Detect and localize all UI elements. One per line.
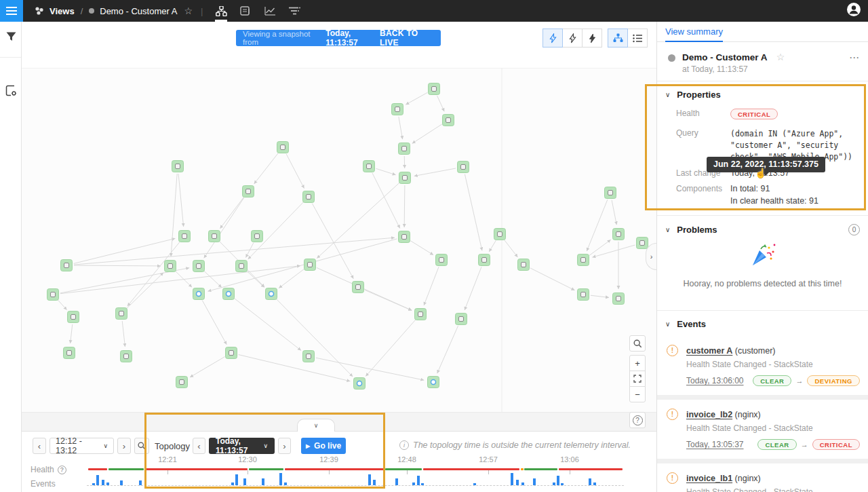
zoom-in-button[interactable]: + [629, 355, 646, 371]
topology-node[interactable] [518, 259, 530, 271]
events-header[interactable]: ∨ Events [665, 319, 860, 329]
event-time-link[interactable]: Today, 13:05:37 [686, 440, 744, 449]
topology-node[interactable] [165, 261, 176, 272]
topology-node[interactable] [494, 229, 506, 240]
properties-header[interactable]: ∨ Properties [665, 90, 860, 100]
event-bar[interactable] [417, 476, 420, 485]
event-bar[interactable] [533, 478, 536, 485]
health-help-icon[interactable]: ? [58, 466, 66, 474]
event-component-link[interactable]: invoice_lb1 [686, 474, 732, 483]
topology-node[interactable] [443, 115, 454, 126]
health-segment[interactable] [524, 468, 557, 470]
topology-node[interactable] [479, 254, 490, 266]
zoom-out-button[interactable]: − [629, 386, 646, 402]
health-segment[interactable] [423, 468, 519, 470]
topology-node[interactable] [64, 347, 75, 359]
topology-node[interactable] [436, 254, 448, 266]
health-segment[interactable] [385, 468, 422, 470]
topology-node[interactable] [277, 142, 289, 153]
event-bar[interactable] [92, 483, 95, 485]
event-bar[interactable] [373, 480, 376, 485]
health-segment[interactable] [521, 468, 524, 470]
event-bar[interactable] [96, 475, 99, 485]
event-bar[interactable] [395, 478, 398, 485]
event-bar[interactable] [589, 478, 591, 485]
event-bar[interactable] [368, 474, 371, 485]
topology-node[interactable] [578, 254, 589, 266]
topology-time-next-button[interactable]: › [278, 438, 291, 454]
topology-node[interactable] [613, 229, 625, 240]
list-view-button[interactable] [627, 29, 648, 48]
topology-node[interactable] [172, 161, 184, 172]
event-bar[interactable] [412, 482, 415, 485]
tab-telemetry[interactable] [260, 0, 280, 22]
snapshot-time[interactable]: Today, 11:13:57 [326, 29, 380, 48]
topology-node[interactable] [304, 259, 316, 271]
interval-prev-button[interactable]: ‹ [33, 438, 46, 454]
health-segment[interactable] [249, 468, 283, 470]
star-icon[interactable]: ☆ [776, 52, 785, 62]
event-bar[interactable] [279, 473, 282, 485]
event-bar[interactable] [593, 482, 596, 485]
tab-traces[interactable] [284, 0, 304, 22]
event-bar[interactable] [106, 482, 109, 485]
topology-node[interactable] [179, 231, 191, 242]
event-bar[interactable] [235, 474, 238, 485]
event-item[interactable]: !invoice_lb2 (nginx)Health State Changed… [657, 400, 868, 459]
event-bar[interactable] [139, 480, 142, 485]
tab-topology[interactable] [211, 0, 231, 22]
topology-node[interactable] [399, 231, 410, 243]
event-bar[interactable] [516, 480, 519, 485]
topology-node[interactable] [353, 282, 364, 293]
back-to-live-button[interactable]: BACK TO LIVE [380, 29, 434, 48]
bolt-outline-button[interactable] [562, 29, 583, 48]
health-segment[interactable] [559, 468, 623, 470]
health-segment[interactable] [285, 468, 384, 470]
topology-node[interactable] [61, 260, 73, 271]
health-segment[interactable] [145, 468, 248, 470]
event-bar[interactable] [102, 480, 104, 485]
topology-node[interactable] [176, 377, 188, 388]
problems-header[interactable]: ∨ Problems 0 [665, 224, 860, 235]
event-bar[interactable] [553, 482, 555, 485]
health-segment[interactable] [88, 468, 107, 470]
event-bar[interactable] [561, 483, 564, 485]
topology-node[interactable] [68, 311, 79, 323]
event-bar[interactable] [521, 482, 524, 485]
topology-node[interactable] [354, 378, 366, 390]
fit-to-screen-button[interactable] [629, 371, 646, 387]
health-segment[interactable] [108, 468, 144, 470]
interval-dropdown[interactable]: 12:12 - 13:12 ∨ [50, 438, 114, 454]
event-bar[interactable] [511, 473, 513, 485]
topology-node[interactable] [193, 261, 205, 272]
more-menu-icon[interactable]: ⋯ [849, 52, 860, 74]
bolt-outline-blue-button[interactable] [542, 29, 563, 48]
timeline-collapse-tab[interactable]: ∨ [297, 419, 335, 432]
event-bar[interactable] [473, 483, 476, 485]
star-icon[interactable]: ☆ [184, 5, 193, 16]
topology-node[interactable] [578, 289, 589, 301]
event-item[interactable]: !invoice_lb1 (nginx)Health State Changed… [657, 463, 868, 492]
view-settings-button[interactable] [0, 75, 22, 105]
topology-node[interactable] [226, 347, 237, 359]
topology-node[interactable] [47, 289, 59, 301]
topology-time-prev-button[interactable]: ‹ [193, 438, 205, 454]
go-live-button[interactable]: ▶ Go live [301, 438, 346, 454]
topology-node[interactable] [209, 231, 220, 242]
topology-node[interactable] [605, 187, 616, 199]
topology-node[interactable] [429, 83, 440, 95]
topology-node[interactable] [637, 238, 648, 249]
topology-node[interactable] [303, 191, 315, 203]
topology-node[interactable] [236, 261, 248, 272]
breadcrumb-view-name[interactable]: Demo - Customer A [100, 6, 177, 16]
timeline-zoom-out-button[interactable] [134, 438, 149, 454]
topology-node[interactable] [399, 172, 411, 184]
topology-node[interactable] [613, 293, 625, 305]
event-bar[interactable] [243, 478, 246, 485]
topology-node[interactable] [456, 314, 467, 325]
event-bar[interactable] [284, 482, 287, 485]
hamburger-menu-button[interactable] [0, 0, 23, 22]
event-time-link[interactable]: Today, 13:06:00 [686, 376, 744, 385]
event-bar[interactable] [421, 483, 424, 485]
bolt-filled-button[interactable] [582, 29, 602, 48]
